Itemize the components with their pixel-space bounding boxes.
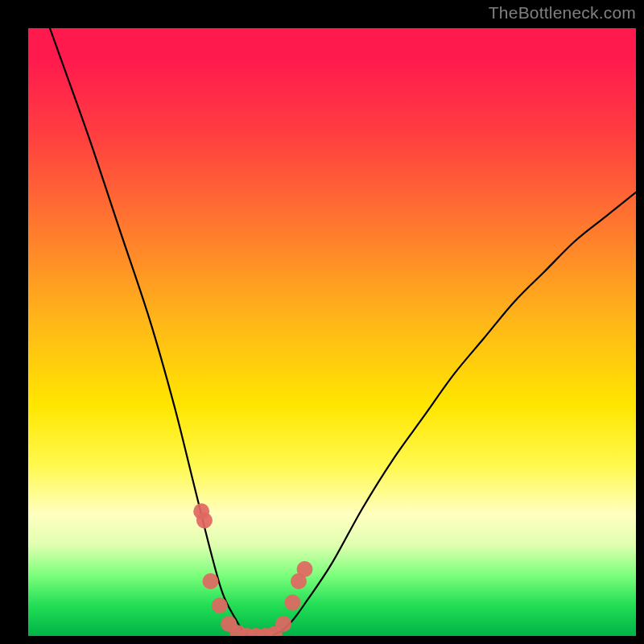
watermark-text: TheBottleneck.com [489,3,636,23]
highlighted-points [193,503,312,636]
plot-area [28,28,636,636]
marker-point [212,597,228,613]
chart-frame: TheBottleneck.com [0,0,644,644]
marker-point [196,513,213,529]
marker-point [275,616,291,632]
marker-point [297,561,313,577]
marker-point [284,594,300,610]
bottleneck-curve [28,28,636,636]
curve-layer [28,28,636,636]
marker-point [203,573,219,589]
